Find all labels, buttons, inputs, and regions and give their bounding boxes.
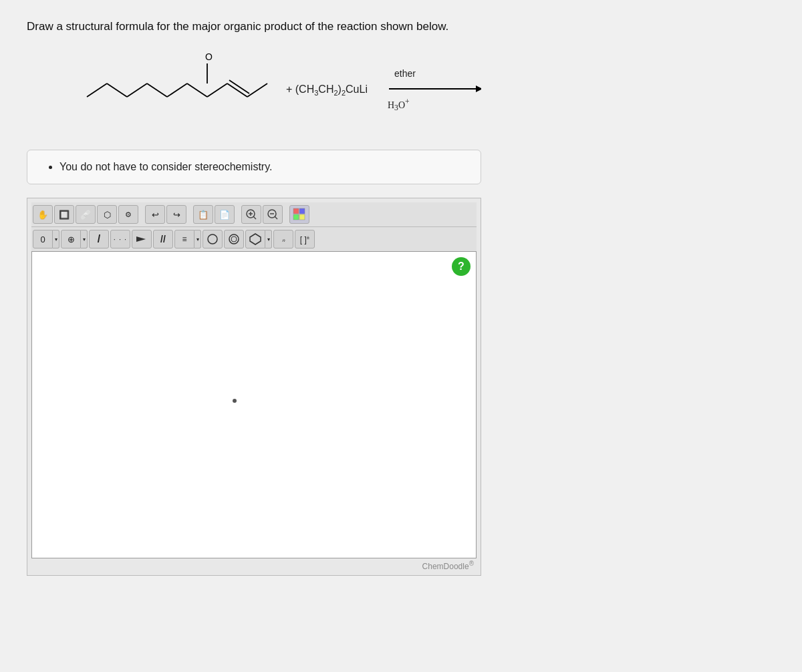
wedge-bond-btn[interactable]	[132, 230, 152, 248]
double-bond-btn[interactable]: //	[153, 230, 173, 248]
reagent-text: + (CH3CH2)2CuLi	[286, 83, 368, 97]
svg-line-20	[275, 216, 277, 219]
svg-rect-21	[293, 208, 299, 214]
single-bond-btn[interactable]: /	[89, 230, 109, 248]
svg-rect-24	[299, 214, 305, 220]
zoom-out-icon	[267, 208, 279, 220]
svg-marker-13	[476, 86, 481, 92]
atom-label-btn[interactable]: ₙ	[273, 230, 293, 248]
toolbar-row-2: 0 ▾ ⊕ ▾ / · · · //	[31, 227, 477, 251]
zoom-in-icon	[245, 208, 257, 220]
svg-rect-23	[293, 214, 299, 220]
ring-icon: ⬡	[104, 210, 111, 220]
svg-point-27	[229, 234, 239, 244]
arrow-bottom-label: H3O+	[388, 98, 410, 112]
toolbar-row-1: ✋ 🔲 🩹 ⬡ ⚙ ↩ ↪ 📋 📄	[31, 202, 477, 227]
paste-icon: 📄	[219, 210, 230, 220]
triple-bond-dropdown[interactable]: ▾	[194, 230, 201, 248]
redo-btn[interactable]: ↪	[166, 205, 186, 224]
template-icon: ⚙	[125, 210, 132, 219]
chemdoodle-brand: ChemDoodle®	[31, 558, 477, 571]
single-bond-icon: /	[98, 233, 100, 245]
condition-item: You do not have to consider stereochemis…	[59, 161, 464, 173]
lasso-tool-btn[interactable]: 🔲	[54, 205, 74, 224]
charge-0-group: 0 ▾	[33, 230, 59, 248]
svg-line-7	[187, 83, 207, 97]
charge-0-btn[interactable]: 0	[33, 230, 53, 248]
charge-0-label: 0	[40, 234, 45, 244]
zoom-in-btn[interactable]	[241, 205, 261, 224]
dashed-bond-btn[interactable]: · · ·	[110, 230, 130, 248]
eraser-tool-btn[interactable]: 🩹	[76, 205, 96, 224]
charge-0-dropdown[interactable]: ▾	[53, 230, 59, 248]
triple-bond-icon: ≡	[182, 234, 186, 244]
svg-line-2	[87, 83, 107, 97]
hand-icon: ✋	[37, 210, 48, 220]
help-icon: ?	[458, 261, 464, 273]
zoom-out-btn[interactable]	[263, 205, 283, 224]
periodic-table-icon	[293, 208, 306, 221]
reactant-molecule: O	[67, 47, 274, 134]
chemdoodle-widget[interactable]: ✋ 🔲 🩹 ⬡ ⚙ ↩ ↪ 📋 📄	[27, 198, 481, 576]
reaction-arrow-block: ether H3O+	[388, 68, 481, 112]
svg-line-11	[247, 83, 267, 97]
hand-tool-btn[interactable]: ✋	[33, 205, 53, 224]
question-text: Draw a structural formula for the major …	[27, 20, 775, 33]
atom-label-icon: ₙ	[282, 235, 285, 244]
ring-tool-btn[interactable]: ⬡	[97, 205, 117, 224]
triple-bond-btn[interactable]: ≡	[174, 230, 194, 248]
reaction-area: O + (CH3CH2)2CuLi ether H3O+	[27, 47, 775, 134]
conditions-box: You do not have to consider stereochemis…	[27, 150, 481, 184]
lasso-icon: 🔲	[59, 210, 70, 220]
svg-point-26	[208, 234, 217, 244]
copy-btn[interactable]: 📋	[193, 205, 213, 224]
svg-line-8	[207, 83, 227, 97]
undo-btn[interactable]: ↩	[145, 205, 165, 224]
copy-icon: 📋	[198, 210, 209, 220]
add-atom-icon: ⊕	[68, 234, 75, 244]
add-atom-btn[interactable]: ⊕	[61, 230, 81, 248]
circle-ring-icon	[227, 232, 241, 246]
paste-btn[interactable]: 📄	[215, 205, 235, 224]
bracket-icon: [ ]±	[300, 234, 309, 244]
circle-btn[interactable]	[203, 230, 223, 248]
svg-line-6	[167, 83, 187, 97]
add-atom-group: ⊕ ▾	[61, 230, 88, 248]
svg-marker-29	[250, 234, 261, 244]
drawing-canvas[interactable]: ?	[31, 251, 477, 558]
redo-icon: ↪	[173, 210, 180, 220]
wedge-bond-icon	[135, 232, 148, 246]
svg-marker-25	[136, 236, 146, 242]
triple-bond-group: ≡ ▾	[174, 230, 201, 248]
polygon-btn[interactable]	[245, 230, 265, 248]
undo-icon: ↩	[152, 210, 159, 220]
circle-icon	[206, 232, 219, 246]
svg-line-4	[127, 83, 147, 97]
double-bond-icon: //	[160, 234, 166, 244]
help-button[interactable]: ?	[452, 257, 471, 276]
svg-line-5	[147, 83, 167, 97]
add-atom-dropdown[interactable]: ▾	[81, 230, 88, 248]
reaction-arrow-svg	[388, 81, 481, 96]
circle-ring-btn[interactable]	[224, 230, 244, 248]
template-tool-btn[interactable]: ⚙	[118, 205, 138, 224]
svg-line-17	[253, 216, 256, 219]
polygon-group: ▾	[245, 230, 272, 248]
svg-rect-22	[299, 208, 305, 214]
svg-text:O: O	[205, 51, 213, 62]
dashed-bond-icon: · · ·	[114, 235, 127, 243]
polygon-dropdown[interactable]: ▾	[265, 230, 272, 248]
canvas-dot	[233, 399, 237, 403]
periodic-table-btn[interactable]	[289, 205, 309, 224]
arrow-top-label: ether	[394, 68, 416, 79]
svg-line-3	[107, 83, 127, 97]
polygon-icon	[249, 232, 262, 246]
svg-point-28	[231, 236, 237, 242]
eraser-icon: 🩹	[80, 210, 91, 220]
bracket-btn[interactable]: [ ]±	[295, 230, 315, 248]
